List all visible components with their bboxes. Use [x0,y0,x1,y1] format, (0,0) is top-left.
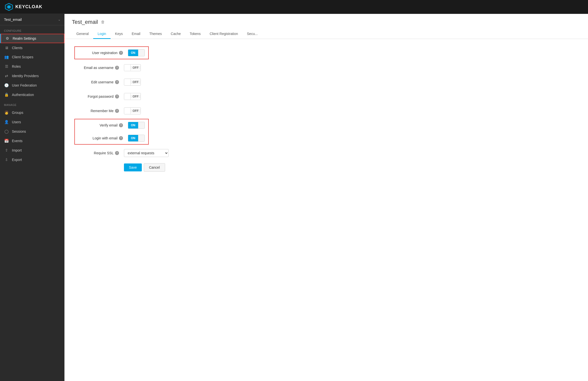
remember-me-row: Remember Me ? OFF [74,106,578,115]
sidebar: Test_email ⌄ Configure ⚙ Realm Settings … [0,14,64,381]
user-registration-label: User registration ? [78,51,128,55]
sidebar-item-sessions[interactable]: ◯ Sessions [0,127,64,136]
logo: KEYCLOAK [5,3,42,11]
edit-username-help-icon[interactable]: ? [115,80,119,84]
forgot-password-row: Forgot password ? OFF [74,92,578,101]
sidebar-item-label: Import [12,148,22,152]
sidebar-item-events[interactable]: 📅 Events [0,136,64,146]
sidebar-item-users[interactable]: 👤 Users [0,117,64,127]
login-with-email-row: Login with email ? ON [78,134,145,143]
import-icon: ⇧ [4,148,9,153]
remember-me-help-icon[interactable]: ? [115,109,119,113]
sidebar-item-identity-providers[interactable]: ⇄ Identity Providers [0,71,64,81]
content-title: Test_email 🗑 [72,19,581,25]
export-icon: ⇩ [4,158,9,162]
sidebar-item-clients[interactable]: 🖥 Clients [0,43,64,52]
edit-username-label: Edit username ? [74,80,124,84]
top-bar: KEYCLOAK [0,0,588,14]
user-federation-icon: 🕥 [4,83,9,88]
email-as-username-label: Email as username ? [74,66,124,70]
user-registration-help-icon[interactable]: ? [119,51,123,55]
sidebar-item-user-federation[interactable]: 🕥 User Federation [0,81,64,90]
sidebar-item-authentication[interactable]: 🔒 Authentication [0,90,64,99]
sidebar-item-label: Clients [12,46,23,50]
edit-username-row: Edit username ? OFF [74,78,578,87]
events-icon: 📅 [4,139,9,143]
verify-email-help-icon[interactable]: ? [119,123,123,127]
tab-cache[interactable]: Cache [166,29,185,39]
groups-icon: 👩 [4,110,9,115]
tab-themes[interactable]: Themes [145,29,166,39]
tab-keys[interactable]: Keys [111,29,127,39]
toggle-off-label: OFF [131,66,141,69]
remember-me-label: Remember Me ? [74,109,124,113]
user-registration-toggle[interactable]: ON [128,49,145,56]
authentication-icon: 🔒 [4,93,9,97]
sidebar-item-groups[interactable]: 👩 Groups [0,108,64,117]
sessions-icon: ◯ [4,129,9,134]
client-scopes-icon: 👥 [4,55,9,59]
sidebar-item-realm-settings[interactable]: ⚙ Realm Settings [0,34,64,43]
verify-email-label: Verify email ? [78,123,128,127]
page-title: Test_email [72,19,98,25]
toggle-knob [124,93,131,100]
sidebar-item-client-scopes[interactable]: 👥 Client Scopes [0,52,64,62]
tab-bar: General Login Keys Email Themes Cache To… [72,29,581,39]
require-ssl-help-icon[interactable]: ? [115,151,119,155]
toggle-off-label: OFF [131,80,141,84]
sidebar-item-label: Realm Settings [13,36,36,40]
sidebar-item-label: Identity Providers [12,74,39,78]
roles-icon: ☰ [4,64,9,69]
chevron-down-icon: ⌄ [58,18,60,21]
sidebar-item-import[interactable]: ⇧ Import [0,146,64,155]
logo-text: KEYCLOAK [15,4,42,9]
content-area: Test_email 🗑 General Login Keys Email Th… [64,14,588,381]
sidebar-item-label: Sessions [12,129,26,133]
require-ssl-select[interactable]: none external requests all requests [124,149,169,157]
tab-client-registration[interactable]: Client Registration [205,29,242,39]
tab-tokens[interactable]: Tokens [185,29,205,39]
forgot-password-label: Forgot password ? [74,95,124,98]
email-as-username-toggle[interactable]: OFF [124,64,141,71]
tab-email[interactable]: Email [127,29,145,39]
realm-selector[interactable]: Test_email ⌄ [0,14,64,25]
toggle-off-label: OFF [131,109,141,113]
toggle-knob [124,108,131,114]
toggle-knob [138,50,145,56]
tab-general[interactable]: General [72,29,93,39]
tab-security[interactable]: Secu... [242,29,262,39]
realm-settings-icon: ⚙ [5,36,10,41]
edit-username-toggle[interactable]: OFF [124,79,141,86]
content-header: Test_email 🗑 General Login Keys Email Th… [64,14,588,39]
delete-realm-icon[interactable]: 🗑 [101,20,105,24]
action-buttons: Save Cancel [74,163,578,172]
tab-login[interactable]: Login [93,29,111,39]
toggle-knob [124,64,131,71]
email-as-username-row: Email as username ? OFF [74,63,578,72]
sidebar-item-roles[interactable]: ☰ Roles [0,62,64,71]
manage-section-label: Manage [0,99,64,108]
require-ssl-row: Require SSL ? none external requests all… [74,149,578,158]
sidebar-item-label: Export [12,158,22,162]
remember-me-toggle[interactable]: OFF [124,107,141,114]
toggle-knob [138,135,145,141]
sidebar-item-export[interactable]: ⇩ Export [0,155,64,164]
users-icon: 👤 [4,120,9,124]
verify-email-toggle[interactable]: ON [128,122,145,129]
main-layout: Test_email ⌄ Configure ⚙ Realm Settings … [0,14,588,381]
toggle-off-label: OFF [131,95,141,98]
forgot-password-toggle[interactable]: OFF [124,93,141,100]
settings-content: User registration ? ON Email as username… [64,39,588,185]
forgot-password-help-icon[interactable]: ? [115,95,119,98]
sidebar-item-label: Client Scopes [12,55,33,59]
login-with-email-help-icon[interactable]: ? [119,136,123,140]
clients-icon: 🖥 [4,46,9,50]
email-as-username-help-icon[interactable]: ? [115,66,119,70]
sidebar-item-label: Events [12,139,23,143]
user-registration-row: User registration ? ON [78,48,145,57]
login-with-email-toggle[interactable]: ON [128,135,145,142]
save-button[interactable]: Save [124,163,142,171]
sidebar-item-label: User Federation [12,83,37,87]
cancel-button[interactable]: Cancel [144,163,165,172]
toggle-knob [124,79,131,85]
